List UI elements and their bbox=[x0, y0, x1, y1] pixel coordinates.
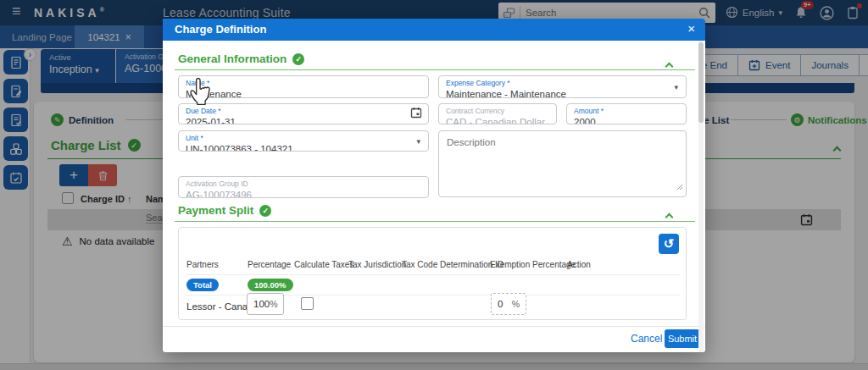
description-textarea[interactable] bbox=[439, 131, 686, 196]
cancel-button[interactable]: Cancel bbox=[631, 333, 662, 345]
modal-scrollbar[interactable] bbox=[698, 41, 704, 352]
unit-select[interactable]: Unit * UN-100073863 - 104321 ▾ bbox=[178, 130, 429, 152]
column-percentage: Percentage bbox=[248, 260, 291, 269]
expense-category-label: Expense Category * bbox=[446, 79, 679, 88]
reset-split-button[interactable]: ↺ bbox=[659, 234, 679, 254]
row-divider bbox=[186, 274, 681, 275]
general-information-heading: General Information ✓ bbox=[178, 52, 304, 65]
modal-title: Charge Definition bbox=[175, 19, 266, 41]
column-exemption-percentage: Exemption Percentage bbox=[490, 260, 576, 269]
payment-split-heading: Payment Split ✓ bbox=[178, 204, 271, 217]
section-divider bbox=[175, 69, 695, 70]
calendar-icon[interactable] bbox=[410, 107, 422, 122]
activation-group-id-field: Activation Group ID AG-100073496 bbox=[178, 176, 429, 198]
calculate-taxes-checkbox[interactable] bbox=[301, 297, 314, 310]
activation-group-id-value: AG-100073496 bbox=[186, 189, 421, 198]
expense-category-value: Maintenance - Maintenance bbox=[446, 88, 679, 98]
column-action: Action bbox=[567, 260, 591, 269]
partner-percentage-value: 100 bbox=[253, 299, 270, 309]
due-date-value: 2025-01-31 bbox=[186, 116, 421, 124]
expense-category-select[interactable]: Expense Category * Maintenance - Mainten… bbox=[438, 75, 687, 98]
name-value: Maintenance bbox=[186, 88, 421, 98]
section-divider bbox=[175, 221, 695, 222]
check-icon: ✓ bbox=[259, 205, 271, 217]
column-partners: Partners bbox=[186, 260, 219, 269]
unit-value: UN-100073863 - 104321 bbox=[186, 143, 421, 152]
chevron-down-icon: ▾ bbox=[416, 137, 420, 146]
chevron-down-icon: ▾ bbox=[674, 83, 678, 91]
modal-header: Charge Definition × bbox=[163, 19, 705, 41]
check-icon: ✓ bbox=[292, 53, 304, 65]
charge-definition-modal: Charge Definition × General Information … bbox=[163, 19, 705, 352]
payment-split-panel: ↺ Partners Percentage Calculate Taxes Ta… bbox=[178, 227, 687, 320]
contract-currency-label: Contract Currency bbox=[446, 107, 549, 116]
footer-divider bbox=[163, 326, 705, 327]
column-tax-code-determination-id: Tax Code Determination ID bbox=[402, 260, 504, 269]
due-date-label: Due Date * bbox=[186, 107, 421, 116]
amount-field[interactable]: Amount * 2000 bbox=[566, 103, 687, 124]
activation-group-id-label: Activation Group ID bbox=[186, 179, 421, 189]
collapse-general-info-button[interactable] bbox=[666, 58, 672, 73]
app-screen: ≡ NAKISA® Lease Accounting Suite English… bbox=[0, 0, 868, 370]
description-field[interactable] bbox=[438, 130, 687, 197]
resize-handle[interactable] bbox=[676, 179, 683, 194]
modal-scrollbar-thumb[interactable] bbox=[698, 42, 704, 123]
name-field[interactable]: Name * Maintenance bbox=[178, 75, 429, 98]
submit-button[interactable]: Submit bbox=[665, 329, 700, 348]
contract-currency-field: Contract Currency CAD - Canadian Dollar bbox=[438, 103, 557, 124]
column-calculate-taxes: Calculate Taxes bbox=[294, 260, 353, 269]
modal-close-icon[interactable]: × bbox=[687, 21, 695, 36]
name-label: Name * bbox=[186, 79, 421, 88]
general-information-title-text: General Information bbox=[178, 52, 287, 65]
amount-label: Amount * bbox=[574, 107, 679, 116]
total-percentage-badge: 100.00% bbox=[248, 279, 293, 291]
amount-value: 2000 bbox=[574, 116, 679, 124]
unit-label: Unit * bbox=[186, 134, 421, 143]
partner-percentage-input[interactable]: 100 % bbox=[247, 293, 284, 315]
total-badge: Total bbox=[186, 279, 219, 291]
percent-sign: % bbox=[270, 299, 277, 309]
percent-sign: % bbox=[512, 299, 520, 309]
due-date-field[interactable]: Due Date * 2025-01-31 bbox=[178, 103, 429, 124]
payment-split-title-text: Payment Split bbox=[178, 204, 253, 217]
exemption-percentage-input: 0 % bbox=[491, 293, 526, 315]
exemption-value: 0 bbox=[498, 299, 503, 309]
column-tax-jurisdiction: Tax Jurisdiction bbox=[348, 260, 406, 269]
contract-currency-value: CAD - Canadian Dollar bbox=[446, 116, 549, 124]
